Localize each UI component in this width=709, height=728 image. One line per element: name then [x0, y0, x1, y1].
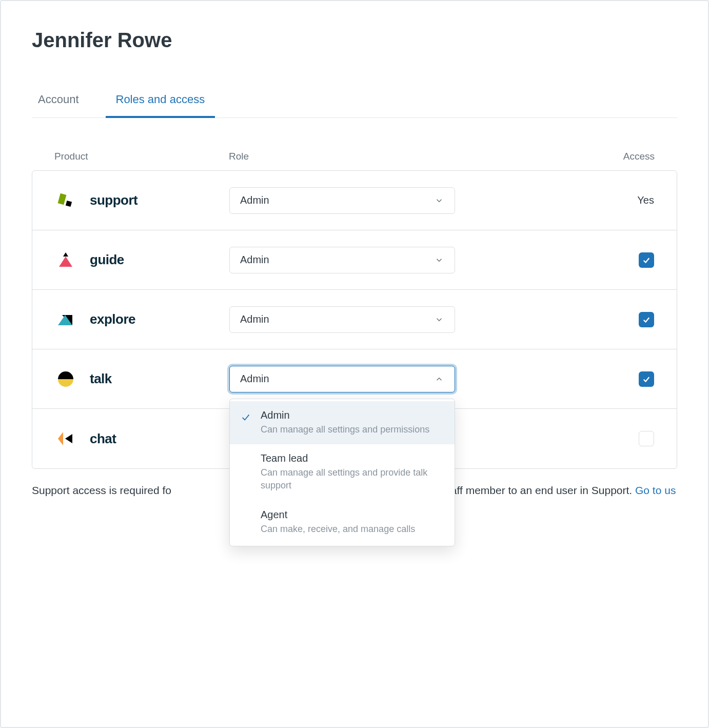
col-header-product: Product	[54, 151, 229, 162]
dropdown-option-title: Agent	[261, 509, 444, 521]
product-cell-guide: guide	[55, 249, 229, 271]
product-cell-support: support	[55, 190, 229, 211]
tabs: Account Roles and access	[32, 88, 677, 118]
talk-icon	[55, 368, 76, 390]
svg-marker-6	[58, 432, 63, 445]
role-dropdown-menu: Admin Can manage all settings and permis…	[229, 399, 455, 546]
table-row: explore Admin	[32, 290, 677, 349]
access-cell	[572, 371, 654, 387]
role-select-value: Admin	[240, 194, 269, 206]
role-select-value: Admin	[240, 373, 269, 385]
footer-link[interactable]: Go to us	[635, 484, 676, 496]
chat-icon	[55, 428, 76, 449]
product-cell-chat: chat	[55, 428, 229, 449]
footer-text-before: Support access is required fo	[32, 484, 171, 496]
product-name: chat	[90, 431, 116, 447]
support-icon	[55, 190, 76, 211]
page-title: Jennifer Rowe	[32, 29, 677, 52]
table-row: support Admin Yes	[32, 171, 677, 230]
col-header-access: Access	[573, 151, 655, 162]
product-name: support	[90, 192, 137, 208]
access-cell	[572, 312, 654, 327]
svg-marker-2	[63, 252, 68, 257]
user-roles-panel: Jennifer Rowe Account Roles and access P…	[0, 0, 709, 728]
role-select-value: Admin	[240, 313, 269, 325]
roles-table: support Admin Yes	[32, 170, 677, 469]
dropdown-option-title: Admin	[261, 409, 444, 421]
role-select-talk[interactable]: Admin	[229, 366, 455, 392]
dropdown-option-desc: Can manage all settings and permissions	[261, 423, 444, 436]
dropdown-option-desc: Can manage all settings and provide talk…	[261, 466, 444, 492]
product-name: talk	[90, 371, 112, 387]
tab-roles-and-access[interactable]: Roles and access	[114, 88, 207, 117]
product-name: explore	[90, 311, 135, 327]
role-select-support[interactable]: Admin	[229, 187, 455, 214]
svg-marker-7	[65, 434, 72, 443]
dropdown-option-admin[interactable]: Admin Can manage all settings and permis…	[230, 401, 455, 444]
svg-rect-1	[66, 200, 72, 206]
table-row: guide Admin	[32, 230, 677, 290]
chevron-down-icon	[434, 255, 444, 265]
role-select-value: Admin	[240, 254, 269, 266]
guide-icon	[55, 249, 76, 271]
role-select-explore[interactable]: Admin	[229, 306, 455, 333]
product-cell-explore: explore	[55, 309, 229, 330]
chevron-down-icon	[434, 195, 444, 206]
dropdown-option-agent[interactable]: Agent Can make, receive, and manage call…	[230, 501, 455, 544]
chevron-down-icon	[434, 314, 444, 325]
explore-icon	[55, 309, 76, 330]
check-placeholder	[240, 452, 252, 492]
access-cell	[572, 431, 654, 446]
check-placeholder	[240, 509, 252, 536]
access-cell: Yes	[572, 194, 654, 206]
chevron-up-icon	[434, 374, 444, 384]
col-header-role: Role	[229, 151, 573, 162]
access-checkbox-guide[interactable]	[639, 252, 654, 268]
table-header: Product Role Access	[32, 151, 677, 170]
svg-rect-0	[58, 193, 67, 204]
access-checkbox-explore[interactable]	[639, 312, 654, 327]
svg-marker-3	[59, 257, 72, 267]
dropdown-option-desc: Can make, receive, and manage calls	[261, 523, 444, 536]
access-cell	[572, 252, 654, 268]
product-cell-talk: talk	[55, 368, 229, 390]
tab-account[interactable]: Account	[36, 88, 81, 117]
product-name: guide	[90, 252, 124, 268]
dropdown-option-teamlead[interactable]: Team lead Can manage all settings and pr…	[230, 444, 455, 500]
dropdown-option-title: Team lead	[261, 452, 444, 464]
check-icon	[240, 409, 252, 436]
access-text: Yes	[637, 194, 654, 206]
access-checkbox-chat[interactable]	[639, 431, 654, 446]
role-select-guide[interactable]: Admin	[229, 247, 455, 273]
table-row: talk Admin	[32, 349, 677, 409]
access-checkbox-talk[interactable]	[639, 371, 654, 387]
